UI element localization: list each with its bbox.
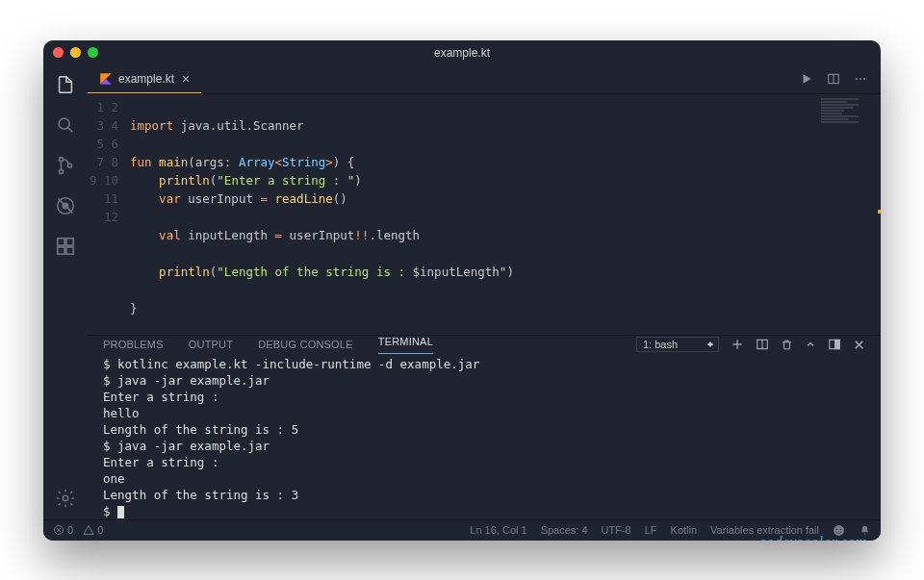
- explorer-icon[interactable]: [54, 73, 77, 96]
- status-errors[interactable]: 0: [53, 524, 73, 536]
- close-tab-icon[interactable]: ×: [182, 71, 190, 87]
- settings-gear-icon[interactable]: [54, 487, 77, 510]
- kill-terminal-icon[interactable]: [781, 339, 793, 351]
- terminal-line: Enter a string :: [103, 390, 218, 404]
- search-icon[interactable]: [54, 113, 77, 137]
- bottom-panel: PROBLEMS OUTPUT DEBUG CONSOLE TERMINAL 1…: [88, 335, 881, 519]
- debug-icon[interactable]: [54, 194, 77, 217]
- terminal-selector[interactable]: 1: bash: [636, 337, 719, 352]
- tab-label: example.kt: [118, 72, 174, 86]
- svg-point-17: [856, 78, 858, 80]
- terminal-line: Length of the string is : 5: [103, 422, 298, 437]
- terminal-line: $ java -jar example.jar: [103, 439, 270, 453]
- run-icon[interactable]: [800, 72, 813, 86]
- overview-ruler: [878, 94, 881, 335]
- svg-point-3: [59, 169, 63, 173]
- terminal-cursor: [117, 506, 124, 518]
- maximize-panel-icon[interactable]: [805, 339, 816, 350]
- svg-point-6: [63, 203, 68, 209]
- extensions-icon[interactable]: [54, 235, 77, 258]
- terminal-line: $ kotlinc example.kt -include-runtime -d…: [103, 357, 479, 371]
- window-title: example.kt: [43, 46, 881, 60]
- line-number-gutter: 1 2 3 4 5 6 7 8 9 10 11 12: [88, 94, 130, 335]
- tab-example-kt[interactable]: example.kt ×: [88, 65, 201, 93]
- svg-rect-9: [58, 246, 64, 253]
- split-editor-icon[interactable]: [827, 72, 840, 86]
- editor-area[interactable]: 1 2 3 4 5 6 7 8 9 10 11 12 import java.u…: [88, 94, 881, 335]
- tab-terminal[interactable]: TERMINAL: [378, 336, 433, 354]
- vscode-window: example.kt: [43, 40, 881, 541]
- svg-point-18: [860, 78, 861, 80]
- terminal-line: Enter a string :: [103, 455, 218, 469]
- tab-problems[interactable]: PROBLEMS: [103, 339, 164, 350]
- terminal-line: one: [103, 471, 125, 486]
- svg-point-11: [63, 495, 68, 501]
- svg-rect-7: [58, 238, 64, 244]
- terminal-line: Length of the string is : 3: [103, 488, 298, 502]
- panel-layout-icon[interactable]: [828, 338, 841, 351]
- editor-tabs: example.kt ×: [88, 65, 881, 94]
- terminal-line: $: [103, 504, 117, 518]
- minimap[interactable]: [821, 98, 875, 123]
- activity-bar: [43, 65, 88, 519]
- tab-output[interactable]: OUTPUT: [189, 339, 233, 350]
- code-content[interactable]: import java.util.Scanner fun main(args: …: [130, 94, 881, 335]
- more-actions-icon[interactable]: [854, 72, 867, 86]
- split-terminal-icon[interactable]: [756, 338, 769, 351]
- svg-rect-10: [66, 246, 73, 253]
- terminal-line: hello: [103, 406, 140, 420]
- svg-rect-8: [66, 238, 73, 244]
- terminal-output[interactable]: $ kotlinc example.kt -include-runtime -d…: [88, 354, 881, 541]
- tab-debug-console[interactable]: DEBUG CONSOLE: [258, 339, 353, 350]
- svg-point-2: [59, 157, 63, 161]
- svg-line-1: [68, 127, 73, 132]
- panel-tabs: PROBLEMS OUTPUT DEBUG CONSOLE TERMINAL 1…: [88, 336, 881, 354]
- close-panel-icon[interactable]: [853, 339, 865, 351]
- titlebar: example.kt: [43, 40, 881, 65]
- new-terminal-icon[interactable]: [731, 338, 744, 351]
- source-control-icon[interactable]: [54, 154, 77, 177]
- watermark: codevscolor.com: [758, 534, 867, 541]
- terminal-line: $ java -jar example.jar: [103, 373, 270, 388]
- svg-point-0: [59, 118, 69, 129]
- kotlin-file-icon: [99, 72, 113, 86]
- svg-point-4: [68, 163, 72, 166]
- svg-marker-14: [804, 74, 811, 83]
- svg-point-19: [863, 78, 865, 80]
- svg-rect-25: [835, 340, 840, 348]
